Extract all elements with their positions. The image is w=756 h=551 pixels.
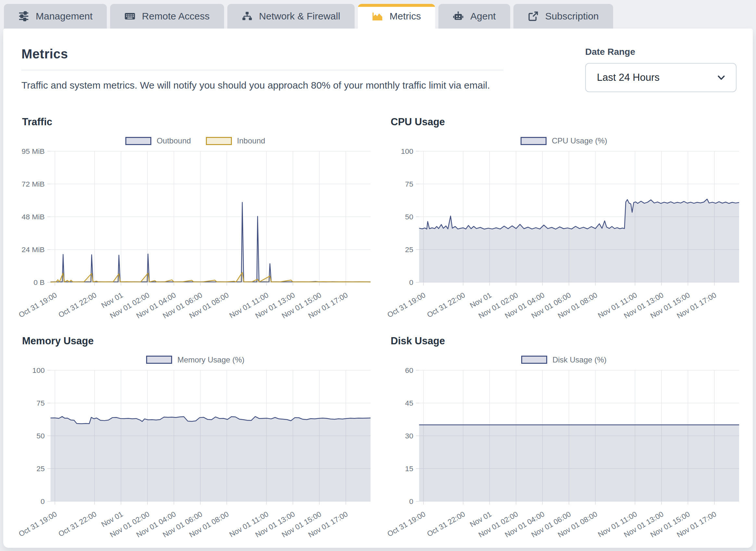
date-range-control: Date Range Last 24 Hours (585, 47, 737, 92)
svg-text:100: 100 (401, 147, 413, 155)
tab-label: Subscription (545, 11, 599, 22)
tab-metrics[interactable]: Metrics (358, 4, 436, 29)
chart-title: Traffic (22, 116, 372, 128)
svg-text:25: 25 (405, 245, 413, 254)
metrics-panel: Metrics Traffic and system metrics. We w… (3, 29, 753, 548)
keyboard-icon (124, 11, 136, 22)
chart-legend: Memory Usage (%) (18, 355, 372, 365)
tab-agent[interactable]: Agent (438, 4, 510, 29)
chart-section-disk: Disk Usage Disk Usage (%) Oct 31 19:00Oc… (387, 335, 741, 543)
svg-text:0: 0 (409, 278, 414, 287)
tab-subscription[interactable]: Subscription (513, 4, 613, 29)
legend-label: Inbound (237, 136, 265, 145)
chart-section-traffic: Traffic OutboundInbound Oct 31 19:00Oct … (18, 116, 372, 324)
traffic-chart-canvas[interactable]: Oct 31 19:00Oct 31 22:00Nov 01Nov 01 02:… (18, 147, 372, 324)
legend-label: CPU Usage (%) (552, 136, 607, 145)
svg-text:60: 60 (405, 366, 413, 375)
svg-text:50: 50 (36, 431, 44, 440)
svg-text:24 MiB: 24 MiB (21, 245, 44, 254)
date-range-label: Date Range (585, 47, 737, 57)
tab-label: Management (36, 11, 92, 22)
legend-swatch (521, 137, 546, 145)
tab-label: Metrics (390, 11, 421, 22)
disk-chart-canvas[interactable]: Oct 31 19:00Oct 31 22:00Nov 01Nov 01 02:… (387, 366, 741, 543)
legend-swatch (521, 356, 547, 364)
svg-text:Oct 31 19:00: Oct 31 19:00 (18, 509, 58, 538)
tab-management[interactable]: Management (4, 4, 107, 29)
svg-text:45: 45 (405, 399, 413, 407)
svg-text:48 MiB: 48 MiB (21, 212, 44, 221)
date-range-value: Last 24 Hours (597, 72, 660, 83)
cpu-chart-canvas[interactable]: Oct 31 19:00Oct 31 22:00Nov 01Nov 01 02:… (387, 147, 741, 324)
tab-label: Remote Access (142, 11, 210, 22)
network-icon (242, 11, 253, 22)
robot-icon (453, 11, 464, 22)
panel-header: Metrics Traffic and system metrics. We w… (3, 29, 753, 92)
sliders-icon (18, 11, 29, 22)
charts-grid: Traffic OutboundInbound Oct 31 19:00Oct … (3, 92, 753, 542)
legend-item[interactable]: Outbound (125, 136, 191, 145)
legend-item[interactable]: Memory Usage (%) (146, 355, 245, 365)
title-divider (21, 70, 503, 70)
area-chart-icon (372, 11, 383, 22)
legend-swatch (146, 356, 172, 364)
chart-title: Disk Usage (391, 335, 741, 347)
page-description: Traffic and system metrics. We will noti… (21, 79, 503, 91)
chart-legend: OutboundInbound (18, 136, 372, 145)
legend-item[interactable]: CPU Usage (%) (521, 136, 607, 145)
svg-text:Oct 31 19:00: Oct 31 19:00 (18, 291, 58, 319)
legend-item[interactable]: Disk Usage (%) (521, 355, 606, 365)
svg-text:50: 50 (405, 212, 413, 221)
svg-text:15: 15 (405, 464, 413, 473)
memory-chart-canvas[interactable]: Oct 31 19:00Oct 31 22:00Nov 01Nov 01 02:… (18, 366, 372, 543)
svg-text:72 MiB: 72 MiB (21, 180, 44, 188)
chevron-down-icon (716, 73, 726, 82)
page: Management Remote Access (0, 0, 756, 551)
svg-text:0: 0 (41, 497, 45, 506)
legend-label: Outbound (157, 136, 191, 145)
legend-item[interactable]: Inbound (206, 136, 265, 145)
tab-bar: Management Remote Access (0, 0, 756, 29)
tab-network-firewall[interactable]: Network & Firewall (227, 4, 354, 29)
chart-legend: Disk Usage (%) (387, 355, 741, 365)
legend-label: Disk Usage (%) (552, 355, 606, 365)
legend-swatch (125, 137, 151, 145)
date-range-select[interactable]: Last 24 Hours (585, 63, 737, 92)
svg-text:100: 100 (32, 366, 44, 375)
chart-title: CPU Usage (391, 116, 741, 128)
svg-text:Oct 31 22:00: Oct 31 22:00 (426, 509, 466, 538)
svg-text:30: 30 (405, 431, 413, 440)
svg-text:0 B: 0 B (33, 278, 44, 287)
svg-text:0: 0 (409, 497, 414, 506)
svg-text:25: 25 (36, 464, 44, 473)
external-link-icon (528, 11, 539, 22)
chart-legend: CPU Usage (%) (387, 136, 741, 145)
svg-text:Oct 31 19:00: Oct 31 19:00 (387, 291, 427, 319)
svg-text:95 MiB: 95 MiB (21, 147, 44, 155)
tab-remote-access[interactable]: Remote Access (110, 4, 224, 29)
tab-label: Network & Firewall (259, 11, 340, 22)
svg-text:75: 75 (405, 180, 413, 188)
svg-text:Oct 31 22:00: Oct 31 22:00 (57, 509, 98, 538)
chart-section-memory: Memory Usage Memory Usage (%) Oct 31 19:… (18, 335, 372, 543)
tab-label: Agent (470, 11, 496, 22)
svg-text:Oct 31 22:00: Oct 31 22:00 (426, 291, 466, 319)
svg-text:Oct 31 22:00: Oct 31 22:00 (57, 291, 98, 319)
legend-swatch (206, 137, 232, 145)
svg-text:75: 75 (36, 399, 44, 407)
chart-title: Memory Usage (22, 335, 372, 347)
svg-text:Oct 31 19:00: Oct 31 19:00 (387, 509, 427, 538)
page-title: Metrics (21, 47, 503, 61)
chart-section-cpu: CPU Usage CPU Usage (%) Oct 31 19:00Oct … (387, 116, 741, 324)
legend-label: Memory Usage (%) (177, 355, 245, 365)
